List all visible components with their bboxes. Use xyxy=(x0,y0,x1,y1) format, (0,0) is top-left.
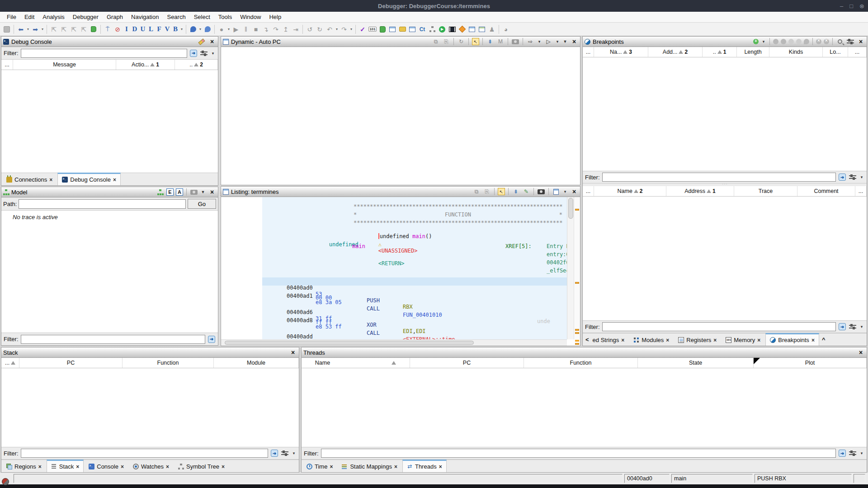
nav-out-icon-2[interactable]: ⇱ xyxy=(59,24,69,35)
elements-view-button[interactable]: E xyxy=(166,188,174,196)
menu-tools[interactable]: Tools xyxy=(214,13,236,21)
tab-debug-console[interactable]: Debug Console × xyxy=(57,173,121,185)
snapshot-camera-icon[interactable] xyxy=(511,38,519,46)
filter-options-icon[interactable] xyxy=(849,323,857,331)
instruction-letter-button-i[interactable]: I xyxy=(123,24,131,35)
goto-caret[interactable]: ▾ xyxy=(537,39,542,44)
instruction-row[interactable]: 00400ae0 81 cf 00 OR EDI,0x5eed0000 xyxy=(262,335,567,339)
menu-debugger[interactable]: Debugger xyxy=(69,13,103,21)
regex-filter-icon[interactable]: ➜ xyxy=(208,335,216,343)
column-length[interactable]: Length xyxy=(737,47,769,57)
record-trace-icon[interactable]: ◕ xyxy=(501,24,511,35)
menu-navigation[interactable]: Navigation xyxy=(127,13,163,21)
redo-caret[interactable]: ▾ xyxy=(349,27,354,31)
filter-options-icon[interactable] xyxy=(849,449,857,457)
tab-symbol-tree[interactable]: Symbol Tree × xyxy=(174,461,229,472)
debug-console-header[interactable]: Debug Console × xyxy=(1,37,218,47)
add-breakpoint-caret[interactable]: ▾ xyxy=(761,39,766,44)
xref-line[interactable]: 00402f00 xyxy=(547,259,567,266)
regex-filter-icon[interactable]: ➜ xyxy=(189,49,198,57)
column-module[interactable]: Module xyxy=(214,358,299,368)
close-panel-icon[interactable]: × xyxy=(857,38,865,46)
debug-console-filter-input[interactable] xyxy=(21,49,188,58)
clone-window-icon[interactable]: ⧉ xyxy=(432,38,440,46)
filter-caret-icon[interactable]: ▾ xyxy=(859,175,864,179)
tab-threads[interactable]: ⇄ Threads × xyxy=(402,460,447,472)
filter-caret-icon[interactable]: ▾ xyxy=(859,324,864,329)
listing-fields-caret[interactable]: ▾ xyxy=(562,189,568,194)
nav-out-icon-3[interactable]: ⇱ xyxy=(69,24,79,35)
model-header[interactable]: Model E A ▼ × xyxy=(1,187,218,197)
tab-console[interactable]: Console × xyxy=(85,461,128,472)
debug-console-table-body[interactable] xyxy=(1,70,218,173)
auto-read-caret[interactable]: ▾ xyxy=(555,39,560,44)
tab-breakpoints[interactable]: Breakpoints × xyxy=(765,333,819,346)
table-view-icon-3[interactable] xyxy=(467,24,477,35)
recover-snapshot-icon[interactable] xyxy=(397,24,407,35)
column-state[interactable]: State xyxy=(638,358,754,368)
model-body[interactable]: No trace is active xyxy=(1,211,218,333)
tab-close-icon[interactable]: × xyxy=(713,337,717,343)
record-icon[interactable]: ● xyxy=(217,24,226,35)
undo-icon[interactable]: ↶ xyxy=(325,24,335,35)
track-pc-icon[interactable]: ⇟ xyxy=(512,188,520,196)
cursor-tracking-icon[interactable]: ↖ xyxy=(472,38,479,45)
close-panel-icon[interactable]: × xyxy=(857,348,865,357)
tab-close-icon[interactable]: × xyxy=(394,464,397,470)
letter-button-f[interactable]: F xyxy=(155,24,163,35)
menu-window[interactable]: Window xyxy=(236,13,265,21)
menu-analysis[interactable]: Analysis xyxy=(38,13,68,21)
column-pc[interactable]: PC xyxy=(410,358,524,368)
listing-vertical-scrollbar[interactable] xyxy=(567,197,574,339)
tab-close-icon[interactable]: × xyxy=(330,464,333,470)
disable-all-breakpoints-icon[interactable] xyxy=(796,39,802,44)
locations-filter-input[interactable] xyxy=(602,322,836,331)
tree-view-icon[interactable] xyxy=(427,24,437,35)
show-tree-icon[interactable] xyxy=(156,188,164,196)
menu-help[interactable]: Help xyxy=(265,13,285,21)
listing-fields-icon[interactable] xyxy=(552,188,560,196)
tab-close-icon[interactable]: × xyxy=(811,337,815,343)
filter-options-icon[interactable] xyxy=(846,38,854,46)
close-panel-icon[interactable]: × xyxy=(208,188,216,196)
data-type-manager-icon[interactable] xyxy=(377,24,387,35)
panel-menu-caret[interactable]: ▼ xyxy=(200,190,206,194)
debugger-launch-icon[interactable] xyxy=(188,24,198,35)
filter-caret-icon[interactable]: ▾ xyxy=(210,51,216,56)
pin-icon[interactable]: ⍑ xyxy=(103,24,113,35)
tab-scroll-left-button[interactable]: < xyxy=(584,336,591,343)
tab-modules[interactable]: Modules × xyxy=(629,334,673,346)
clone-window-icon[interactable]: ⧉ xyxy=(472,188,481,196)
skip-back-icon[interactable]: ↺ xyxy=(305,24,315,35)
navigate-forward-caret[interactable]: ▾ xyxy=(40,27,45,31)
tab-connections[interactable]: Connections × xyxy=(2,174,57,185)
enable-all-breakpoints-icon[interactable] xyxy=(781,39,786,44)
column-state[interactable]: ..1 xyxy=(703,47,737,57)
filter-options-icon[interactable] xyxy=(200,49,208,57)
listing-horizontal-scrollbar[interactable] xyxy=(221,339,567,346)
column-dots[interactable]: ... xyxy=(1,60,13,70)
pawn-icon[interactable]: ♟ xyxy=(487,24,497,35)
step-out-icon[interactable]: ↥ xyxy=(281,24,291,35)
dynamic-body[interactable] xyxy=(221,47,580,185)
navigate-back-caret[interactable]: ▾ xyxy=(26,27,30,31)
column-address[interactable]: Add...2 xyxy=(648,47,703,57)
tab-close-icon[interactable]: × xyxy=(757,337,760,343)
path-input[interactable] xyxy=(19,199,185,209)
letter-button-u[interactable]: U xyxy=(139,24,147,35)
step-last-icon[interactable]: ⇥ xyxy=(291,24,301,35)
kill-icon[interactable]: ■ xyxy=(251,24,261,35)
menu-graph[interactable]: Graph xyxy=(103,13,127,21)
column-name[interactable]: Name2 xyxy=(594,186,666,196)
bookmark-marker[interactable] xyxy=(575,282,579,284)
interrupt-icon[interactable]: ‖ xyxy=(241,24,251,35)
tab-static-mappings[interactable]: Static Mappings × xyxy=(338,461,401,472)
filter-caret-icon[interactable]: ▾ xyxy=(291,451,297,455)
toggle-breakpoints-icon[interactable] xyxy=(804,39,809,44)
clear-code-icon[interactable]: ⊘ xyxy=(113,24,123,35)
tab-close-icon[interactable]: × xyxy=(166,464,169,470)
column-actions[interactable]: Actio... 1 xyxy=(116,60,175,70)
xref-count[interactable]: XREF[5]: xyxy=(505,243,532,249)
column-plot[interactable]: Plot xyxy=(754,358,867,368)
tab-close-icon[interactable]: × xyxy=(439,464,442,470)
